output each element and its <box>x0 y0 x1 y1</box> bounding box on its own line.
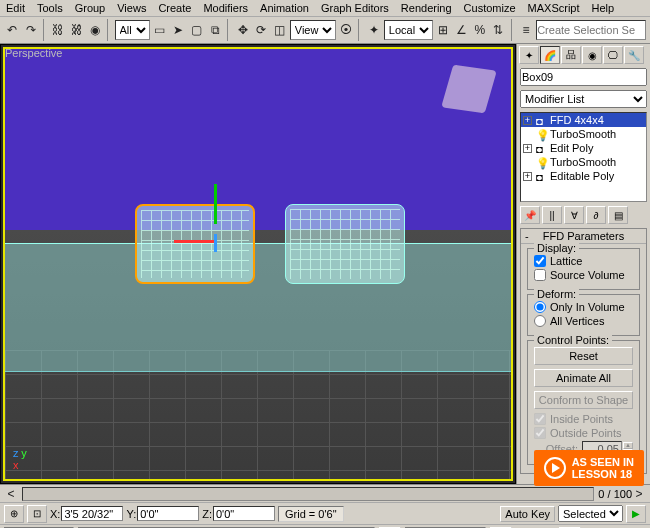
absolute-mode-icon[interactable]: ⊡ <box>27 505 47 523</box>
inside-points-checkbox <box>534 413 546 425</box>
deform-group: Deform: Only In Volume All Vertices <box>527 294 640 336</box>
viewcube-icon[interactable] <box>441 65 497 114</box>
rotate-button[interactable]: ⟳ <box>253 19 269 41</box>
window-crossing-icon[interactable]: ⧉ <box>207 19 223 41</box>
play-badge-icon <box>544 457 566 479</box>
percent-snap-icon[interactable]: % <box>472 19 488 41</box>
stack-item-editpoly[interactable]: +◘Edit Poly <box>521 141 646 155</box>
command-panel: ✦ 🌈 品 ◉ 🖵 🔧 Modifier List +◘FFD 4x4x4 💡T… <box>516 44 650 484</box>
pin-stack-icon[interactable]: 📌 <box>520 206 540 224</box>
axis-tripod: z yx <box>13 447 27 471</box>
z-input[interactable] <box>213 506 275 521</box>
reset-button[interactable]: Reset <box>534 347 633 365</box>
menu-grapheditors[interactable]: Graph Editors <box>321 2 389 14</box>
display-legend: Display: <box>534 242 579 254</box>
refcoord-combo[interactable]: View <box>290 20 336 40</box>
configure-sets-icon[interactable]: ▤ <box>608 206 628 224</box>
named-selset-icon[interactable]: ≡ <box>518 19 534 41</box>
ffd-parameters-rollout: FFD Parameters Display: Lattice Source V… <box>520 228 647 474</box>
stack-item-editablepoly[interactable]: +◘Editable Poly <box>521 169 646 183</box>
object-name-input[interactable] <box>520 68 647 86</box>
menu-tools[interactable]: Tools <box>37 2 63 14</box>
timeline-end-icon[interactable]: > <box>632 487 646 501</box>
menu-rendering[interactable]: Rendering <box>401 2 452 14</box>
snap-toggle-icon[interactable]: ⊞ <box>435 19 451 41</box>
couch-geometry <box>5 243 511 372</box>
tab-create-icon[interactable]: ✦ <box>519 46 539 64</box>
lattice-checkbox[interactable] <box>534 255 546 267</box>
gizmo-z-axis[interactable] <box>214 234 217 252</box>
viewport-label[interactable]: Perspective <box>5 47 62 59</box>
stack-item-turbosmooth1[interactable]: 💡TurboSmooth <box>521 127 646 141</box>
gizmo-x-axis[interactable] <box>174 240 214 243</box>
timeline-start-icon[interactable]: < <box>4 487 18 501</box>
cushion-geometry <box>285 204 405 284</box>
stack-item-turbosmooth2[interactable]: 💡TurboSmooth <box>521 155 646 169</box>
menu-create[interactable]: Create <box>158 2 191 14</box>
bind-icon[interactable]: ◉ <box>87 19 103 41</box>
menu-modifiers[interactable]: Modifiers <box>203 2 248 14</box>
tab-display-icon[interactable]: 🖵 <box>603 46 623 64</box>
link-button[interactable]: ⛓ <box>50 19 66 41</box>
control-points-group: Control Points: Reset Animate All Confor… <box>527 340 640 465</box>
x-input[interactable] <box>61 506 123 521</box>
y-input[interactable] <box>137 506 199 521</box>
auto-key-button[interactable]: Auto Key <box>500 506 555 522</box>
modifier-stack[interactable]: +◘FFD 4x4x4 💡TurboSmooth +◘Edit Poly 💡Tu… <box>520 112 647 202</box>
time-slider-track[interactable] <box>22 487 594 501</box>
menu-help[interactable]: Help <box>592 2 615 14</box>
menu-customize[interactable]: Customize <box>464 2 516 14</box>
axisconstraint-combo[interactable]: Local <box>384 20 433 40</box>
transform-type-in-icon[interactable]: ⊕ <box>4 505 24 523</box>
select-region-icon[interactable]: ▢ <box>188 19 204 41</box>
display-group: Display: Lattice Source Volume <box>527 248 640 290</box>
tab-modify-icon[interactable]: 🌈 <box>540 46 560 64</box>
time-slider: < 0 / 100 > <box>0 484 650 502</box>
perspective-viewport[interactable]: z yx <box>3 47 513 481</box>
menu-bar: Edit Tools Group Views Create Modifiers … <box>0 0 650 17</box>
show-end-result-icon[interactable]: || <box>542 206 562 224</box>
spinner-up-icon: ▲ <box>623 442 633 449</box>
viewport-panel: Perspective z yx <box>0 44 516 484</box>
manipulate-icon[interactable]: ✦ <box>365 19 381 41</box>
source-volume-checkbox[interactable] <box>534 269 546 281</box>
key-mode-combo[interactable]: Selected <box>558 505 623 522</box>
video-watermark: AS SEEN INLESSON 18 <box>534 450 644 486</box>
scale-button[interactable]: ◫ <box>271 19 287 41</box>
all-vertices-label: All Vertices <box>550 315 604 327</box>
unlink-button[interactable]: ⛓̸ <box>68 19 84 41</box>
frame-indicator: 0 / 100 <box>598 488 632 500</box>
menu-animation[interactable]: Animation <box>260 2 309 14</box>
tab-utilities-icon[interactable]: 🔧 <box>624 46 644 64</box>
angle-snap-icon[interactable]: ∠ <box>453 19 469 41</box>
menu-edit[interactable]: Edit <box>6 2 25 14</box>
gizmo-y-axis[interactable] <box>214 184 217 224</box>
modifier-list-combo[interactable]: Modifier List <box>520 90 647 108</box>
named-selset-input[interactable] <box>536 20 646 40</box>
select-button[interactable]: ▭ <box>152 19 168 41</box>
undo-button[interactable]: ↶ <box>4 19 20 41</box>
remove-modifier-icon[interactable]: ∂ <box>586 206 606 224</box>
tab-hierarchy-icon[interactable]: 品 <box>561 46 581 64</box>
redo-button[interactable]: ↷ <box>22 19 38 41</box>
spinner-snap-icon[interactable]: ⇅ <box>490 19 506 41</box>
move-button[interactable]: ✥ <box>234 19 250 41</box>
play-button[interactable]: ▶ <box>626 505 646 523</box>
tab-motion-icon[interactable]: ◉ <box>582 46 602 64</box>
control-points-legend: Control Points: <box>534 334 612 346</box>
all-vertices-radio[interactable] <box>534 315 546 327</box>
menu-maxscript[interactable]: MAXScript <box>528 2 580 14</box>
only-in-volume-label: Only In Volume <box>550 301 625 313</box>
menu-views[interactable]: Views <box>117 2 146 14</box>
pivot-icon[interactable]: ⦿ <box>338 19 354 41</box>
z-label: Z: <box>202 508 212 520</box>
stack-item-ffd[interactable]: +◘FFD 4x4x4 <box>521 113 646 127</box>
move-gizmo[interactable] <box>190 212 240 262</box>
selection-filter-combo[interactable]: All <box>115 20 150 40</box>
x-label: X: <box>50 508 60 520</box>
select-arrow-icon[interactable]: ➤ <box>170 19 186 41</box>
menu-group[interactable]: Group <box>75 2 106 14</box>
only-in-volume-radio[interactable] <box>534 301 546 313</box>
make-unique-icon[interactable]: ∀ <box>564 206 584 224</box>
animate-all-button[interactable]: Animate All <box>534 369 633 387</box>
